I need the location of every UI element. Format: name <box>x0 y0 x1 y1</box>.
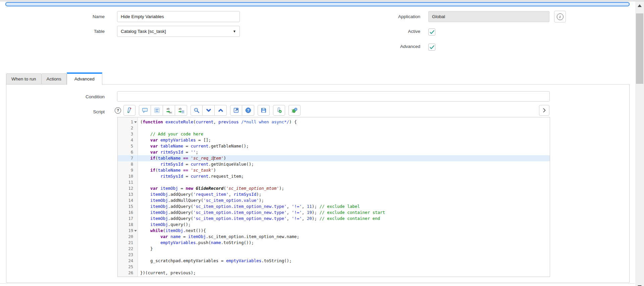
code-line-23 <box>138 252 550 258</box>
code-line-2 <box>138 125 550 131</box>
line-number: 25 <box>128 265 133 269</box>
line-number: 19 <box>128 228 133 233</box>
line-number: 2 <box>131 126 133 130</box>
name-input[interactable] <box>117 11 240 22</box>
code-line-14: itemObj.addNullQuery('sc_item_option.val… <box>138 197 550 204</box>
name-label: Name <box>20 14 105 19</box>
help-icon: ? <box>245 107 251 113</box>
line-number: 4 <box>131 138 133 142</box>
gutter-row-11: 11 <box>118 179 138 185</box>
gutter-row-3: 3 <box>118 131 138 137</box>
toolbar-expand-button[interactable] <box>539 105 549 116</box>
code-area[interactable]: (function executeRule(current, previous … <box>138 117 550 277</box>
gutter-row-25: 25 <box>118 264 138 270</box>
script-toolbar-groups: abacab? <box>123 105 304 116</box>
search-button[interactable] <box>191 105 203 116</box>
syntax-check-button[interactable] <box>123 105 136 116</box>
code-gutter: 1234567891011121314151617181920212223242… <box>118 117 138 277</box>
fold-arrow-icon[interactable] <box>134 121 137 123</box>
svg-text:ab: ab <box>178 107 182 110</box>
page-scrollbar[interactable] <box>635 1 644 286</box>
table-select[interactable]: Catalog Task [sc_task] ▼ <box>117 26 240 37</box>
condition-label: Condition <box>20 94 105 99</box>
check-icon <box>430 30 434 34</box>
condition-input[interactable] <box>117 91 550 102</box>
gutter-row-16: 16 <box>118 210 138 216</box>
toolbar-button-group <box>288 105 301 116</box>
code-line-21: emptyVariables.push(name.toString()); <box>138 240 550 246</box>
script-label: Script <box>20 109 105 114</box>
tab-actions[interactable]: Actions <box>42 73 67 84</box>
line-number: 7 <box>131 156 133 161</box>
top-edge-strip <box>0 0 644 1</box>
advanced-checkbox[interactable] <box>428 44 435 51</box>
toolbar-button-group: abacab <box>139 105 187 116</box>
active-checkbox[interactable] <box>428 28 435 36</box>
gutter-row-17: 17 <box>118 216 138 222</box>
scroll-up-arrow-icon[interactable] <box>638 4 642 7</box>
field-help-icon[interactable]: ? <box>115 107 121 114</box>
check-icon <box>430 45 434 49</box>
replace-button[interactable]: abac <box>163 105 175 116</box>
application-label: Application <box>336 14 420 19</box>
search-icon <box>194 107 200 113</box>
code-line-12: var itemObj = new GlideRecord('sc_item_o… <box>138 185 550 191</box>
gutter-row-6: 6 <box>118 149 138 155</box>
replace-all-button[interactable]: ab <box>175 105 187 116</box>
tab-when-to-run[interactable]: When to run <box>6 73 42 84</box>
gutter-row-8: 8 <box>118 161 138 167</box>
line-number: 18 <box>128 222 133 227</box>
line-number: 12 <box>128 186 133 191</box>
gutter-row-18: 18 <box>118 222 138 228</box>
code-line-5: var tableName = current.getTableName(); <box>138 143 550 149</box>
code-line-9: if(tableName == 'sc_task') <box>138 167 550 173</box>
line-number: 11 <box>128 180 133 185</box>
line-number: 26 <box>128 271 133 275</box>
toolbar-button-group <box>191 105 227 116</box>
comment-button[interactable] <box>139 105 151 116</box>
replace-icon: abac <box>166 107 172 113</box>
toolbar-button-group <box>273 105 285 116</box>
tab-advanced[interactable]: Advanced <box>67 72 102 85</box>
validate-button[interactable] <box>273 105 285 116</box>
save-button[interactable] <box>258 105 270 116</box>
line-number: 20 <box>128 234 133 239</box>
format-code-icon <box>154 107 160 113</box>
gutter-row-21: 21 <box>118 240 138 246</box>
script-editor[interactable]: 1234567891011121314151617181920212223242… <box>117 117 550 277</box>
help-button[interactable]: ? <box>242 105 254 116</box>
fold-arrow-icon[interactable] <box>134 230 137 232</box>
line-number: 8 <box>131 162 133 167</box>
open-in-new-window-button[interactable] <box>230 105 242 116</box>
scrollbar-thumb[interactable] <box>636 13 643 84</box>
open-in-new-window-icon <box>233 107 239 113</box>
code-line-24: g_scratchpad.emptyVariables = emptyVaria… <box>138 258 550 264</box>
code-line-26: })(current, previous); <box>138 270 550 276</box>
format-code-button[interactable] <box>151 105 163 116</box>
gutter-row-20: 20 <box>118 234 138 240</box>
find-previous-button[interactable] <box>215 105 227 116</box>
code-line-17: itemObj.addQuery('sc_item_option.item_op… <box>138 216 550 222</box>
code-line-13: itemObj.addQuery('request_item', ritmSys… <box>138 191 550 197</box>
gutter-row-13: 13 <box>118 191 138 197</box>
validate-icon <box>276 107 282 113</box>
application-field: Global <box>428 11 549 22</box>
table-label: Table <box>20 29 105 34</box>
application-info-button[interactable]: i <box>554 11 566 22</box>
gutter-row-19: 19 <box>118 228 138 234</box>
gutter-row-22: 22 <box>118 246 138 252</box>
line-number: 1 <box>131 120 133 124</box>
find-next-button[interactable] <box>203 105 215 116</box>
toolbar-button-group <box>123 105 136 116</box>
script-toolbar: ? abacab? <box>115 105 304 116</box>
gutter-row-10: 10 <box>118 173 138 179</box>
svg-text:ab: ab <box>166 107 170 110</box>
replace-all-icon: ab <box>178 107 184 113</box>
gutter-row-23: 23 <box>118 252 138 258</box>
gutter-row-26: 26 <box>118 270 138 276</box>
save-icon <box>261 107 267 113</box>
debug-button[interactable] <box>288 105 301 116</box>
line-number: 10 <box>128 174 133 179</box>
line-number: 24 <box>128 259 133 263</box>
find-next-icon <box>206 107 212 113</box>
